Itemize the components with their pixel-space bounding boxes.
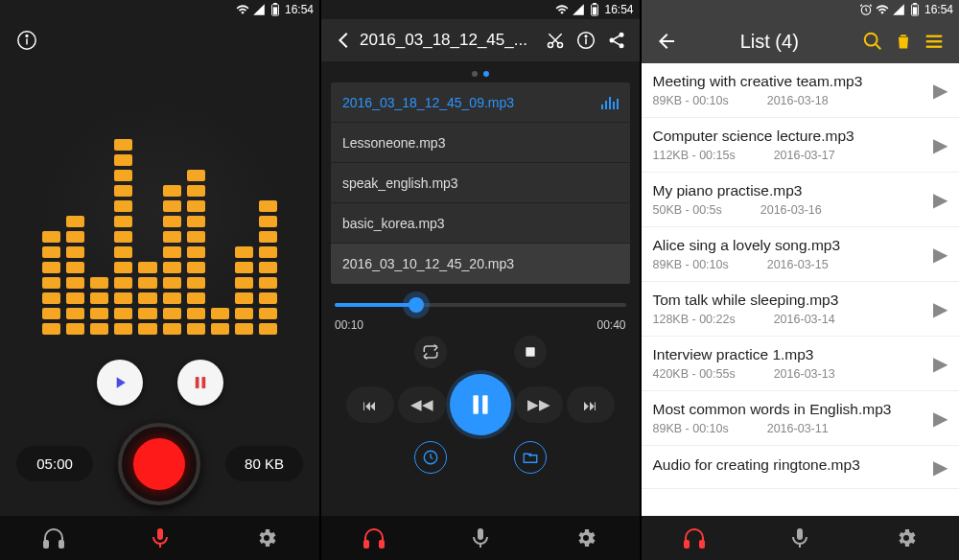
play-icon[interactable]: ▶ <box>933 243 947 266</box>
play-icon[interactable]: ▶ <box>933 297 947 320</box>
file-item[interactable]: Meeting with creative team.mp389KB - 00:… <box>642 63 960 118</box>
status-time: 16:54 <box>924 3 953 16</box>
info-icon[interactable] <box>12 25 42 56</box>
svg-rect-29 <box>482 395 487 414</box>
file-meta-date: 2016-03-18 <box>767 94 829 107</box>
svg-rect-8 <box>44 541 48 548</box>
playlist-item[interactable]: Lessoneone.mp3 <box>331 123 630 163</box>
file-item[interactable]: Computer science lecture.mp3112KB - 00:1… <box>642 118 960 173</box>
bottom-nav <box>642 516 960 560</box>
play-icon[interactable]: ▶ <box>933 407 947 430</box>
menu-icon[interactable] <box>919 26 949 57</box>
speed-button[interactable] <box>414 441 447 474</box>
playlist-item[interactable]: 2016_03_10_12_45_20.mp3 <box>331 244 630 284</box>
gear-icon[interactable] <box>893 525 920 551</box>
eq-column <box>114 139 132 335</box>
play-icon[interactable]: ▶ <box>933 188 947 211</box>
file-item[interactable]: Alice sing a lovely song.mp389KB - 00:10… <box>642 227 960 282</box>
svg-rect-10 <box>157 528 163 540</box>
gear-icon[interactable] <box>253 525 280 551</box>
file-item[interactable]: Tom talk while sleeping.mp3128KB - 00:22… <box>642 282 960 337</box>
eq-column <box>187 170 205 335</box>
file-name: Audio for creating ringtone.mp3 <box>653 456 934 474</box>
svg-rect-41 <box>926 35 943 37</box>
stop-button[interactable] <box>514 336 547 368</box>
eq-column <box>90 277 108 335</box>
rewind-button[interactable]: ◀◀ <box>398 386 446 423</box>
repeat-button[interactable] <box>414 336 447 368</box>
file-meta-size: 89KB - 00:10s <box>653 94 729 107</box>
playlist-item-label: 2016_03_18_12_45_09.mp3 <box>342 95 514 110</box>
wifi-icon <box>555 3 569 16</box>
svg-rect-37 <box>913 3 917 5</box>
file-meta-date: 2016-03-17 <box>774 149 835 162</box>
file-meta-size: 128KB - 00:22s <box>653 313 736 326</box>
play-button[interactable] <box>97 360 143 406</box>
svg-rect-2 <box>273 7 277 14</box>
pause-button[interactable] <box>177 360 223 406</box>
battery-icon <box>908 3 922 16</box>
search-icon[interactable] <box>857 26 888 57</box>
next-track-button[interactable]: ⏭ <box>567 386 615 423</box>
file-item[interactable]: Interview practice 1.mp3420KB - 00:55s20… <box>642 337 960 391</box>
delete-icon[interactable] <box>888 26 919 57</box>
svg-rect-38 <box>913 7 917 14</box>
header-title: 2016_03_18_12_45_... <box>360 31 527 50</box>
back-icon[interactable] <box>329 25 360 56</box>
svg-rect-13 <box>594 3 597 5</box>
file-item[interactable]: My piano practise.mp350KB - 00:5s2016-03… <box>642 173 960 227</box>
playlist-item[interactable]: 2016_03_18_12_45_09.mp3 <box>331 82 630 123</box>
svg-rect-7 <box>201 377 205 388</box>
gear-icon[interactable] <box>573 525 599 551</box>
play-icon[interactable]: ▶ <box>933 79 947 102</box>
file-name: Meeting with creative team.mp3 <box>653 73 934 90</box>
file-name: Computer science lecture.mp3 <box>653 128 934 145</box>
svg-rect-1 <box>273 3 277 5</box>
mic-icon[interactable] <box>786 525 813 551</box>
cut-icon[interactable] <box>540 25 571 56</box>
file-list: Meeting with creative team.mp389KB - 00:… <box>642 63 960 516</box>
back-icon[interactable] <box>651 26 682 57</box>
folder-button[interactable] <box>514 441 547 474</box>
svg-rect-46 <box>797 528 803 540</box>
headphones-icon[interactable] <box>361 525 387 551</box>
statusbar: 16:54 <box>321 0 640 19</box>
statusbar: 16:54 <box>642 0 960 19</box>
play-icon[interactable]: ▶ <box>933 352 947 375</box>
file-name: Interview practice 1.mp3 <box>653 346 934 363</box>
file-item[interactable]: Audio for creating ringtone.mp3▶ <box>642 446 960 489</box>
svg-line-40 <box>876 44 881 50</box>
mic-icon[interactable] <box>467 525 494 551</box>
svg-rect-14 <box>593 7 596 14</box>
svg-rect-28 <box>473 395 478 414</box>
svg-rect-27 <box>526 347 534 356</box>
list-title: List (4) <box>740 31 799 53</box>
file-item[interactable]: Most common words in English.mp389KB - 0… <box>642 391 960 446</box>
play-icon[interactable]: ▶ <box>933 455 947 478</box>
svg-point-24 <box>619 43 623 48</box>
svg-point-39 <box>865 34 877 46</box>
playback-controls: ⏮ ◀◀ ▶▶ ⏭ <box>321 332 640 516</box>
headphones-icon[interactable] <box>681 525 708 551</box>
status-time: 16:54 <box>604 3 633 16</box>
headphones-icon[interactable] <box>40 525 67 551</box>
prev-track-button[interactable]: ⏮ <box>346 386 394 423</box>
mic-icon[interactable] <box>147 525 174 551</box>
time-current: 00:10 <box>335 318 363 332</box>
playlist-item-label: speak_english.mp3 <box>342 175 458 191</box>
playlist-item[interactable]: basic_korea.mp3 <box>331 203 630 244</box>
file-meta-date: 2016-03-13 <box>774 367 835 381</box>
share-icon[interactable] <box>601 25 632 56</box>
svg-rect-9 <box>59 541 63 548</box>
play-pause-button[interactable] <box>450 374 511 435</box>
record-button[interactable] <box>118 423 200 505</box>
seek-slider[interactable] <box>335 303 626 307</box>
equalizer <box>13 75 306 348</box>
play-icon[interactable]: ▶ <box>933 133 947 156</box>
file-meta-date: 2016-03-14 <box>774 313 835 326</box>
info-icon[interactable] <box>571 25 601 56</box>
playlist-item[interactable]: speak_english.mp3 <box>331 163 630 203</box>
file-name: Alice sing a lovely song.mp3 <box>653 237 934 254</box>
screen-player: 16:54 2016_03_18_12_45_... 2016_03_18_12… <box>321 0 640 560</box>
forward-button[interactable]: ▶▶ <box>515 386 563 423</box>
